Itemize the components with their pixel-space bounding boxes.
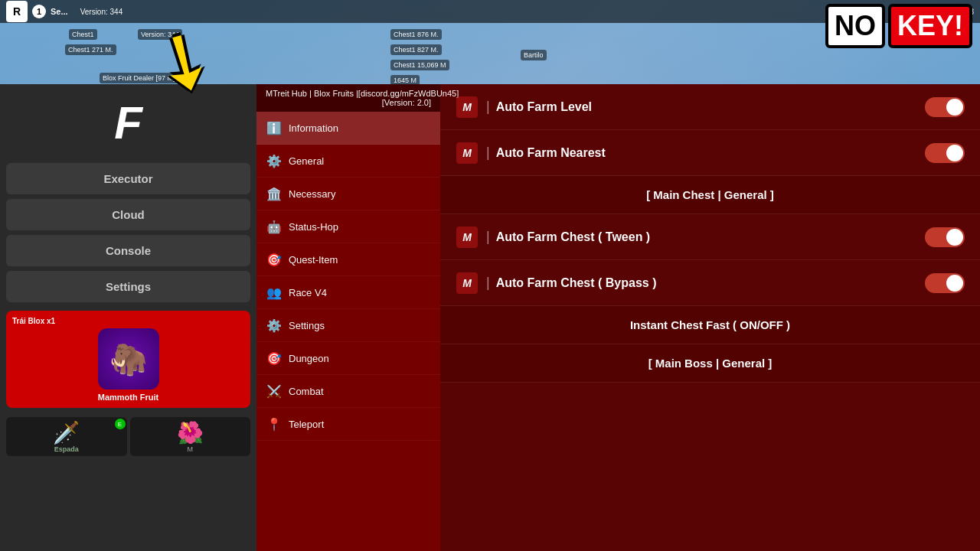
left-sidebar: F Executor Cloud Console Settings Trái B… (0, 84, 256, 551)
auto-farm-level-label: Auto Farm Level (496, 100, 925, 114)
nav-quest-item[interactable]: 🎯 Quest-Item (256, 243, 440, 276)
nav-combat-label: Combat (289, 386, 324, 397)
farm-nearest-m-icon: M (456, 142, 479, 165)
auto-farm-chest-tween-label: Auto Farm Chest ( Tween ) (496, 230, 925, 244)
nav-teleport-label: Teleport (289, 419, 324, 430)
nav-status-hop[interactable]: 🤖 Status-Hop (256, 210, 440, 243)
nav-menu: MTreit Hub | Blox Fruits |[discord.gg/mF… (256, 84, 440, 551)
item-flower: 🌺 M (130, 417, 251, 456)
auto-farm-nearest-label: Auto Farm Nearest (496, 146, 925, 160)
nav-race-v4[interactable]: 👥 Race V4 (256, 276, 440, 309)
nav-settings[interactable]: ⚙️ Settings (256, 309, 440, 342)
content-area: M | Auto Farm Level M | Auto Farm Neares… (440, 84, 980, 551)
combat-icon: ⚔️ (266, 383, 283, 399)
auto-farm-nearest-toggle[interactable] (925, 143, 965, 163)
nav-information-label: Information (289, 122, 338, 134)
dungeon-icon: 🎯 (266, 350, 283, 367)
quest-item-icon: 🎯 (266, 251, 283, 268)
nav-status-hop-label: Status-Hop (289, 221, 338, 233)
roblox-icon: R (6, 1, 28, 22)
fruit-image: 🦣 (98, 328, 159, 390)
main-chest-label: [ Main Chest | General ] (646, 188, 774, 201)
panel-title-bar: MTreit Hub | Blox Fruits |[discord.gg/mF… (256, 84, 440, 112)
chest-label-6: Chest1 15,069 M (390, 60, 449, 70)
chest-label-2: Chest1 271 M. (65, 44, 116, 55)
fruit-title: Trái Blox x1 (12, 317, 55, 325)
fruit-name: Mammoth Fruit (98, 393, 158, 402)
console-button[interactable]: Console (6, 235, 250, 266)
teleport-icon: 📍 (266, 416, 283, 432)
chest-tween-m-icon: M (456, 226, 479, 249)
settings-nav-icon: ⚙️ (266, 317, 283, 334)
nav-necessary[interactable]: 🏛️ Necessary (256, 178, 440, 210)
main-boss-label: [ Main Boss | General ] (648, 357, 773, 370)
bartilo-label: Bartilo (521, 50, 547, 60)
feature-row-auto-farm-nearest: M | Auto Farm Nearest (440, 130, 980, 176)
item-label-m: M (188, 445, 194, 453)
chest-label-7: 1645 M (390, 75, 420, 84)
chest-bypass-m-icon: M (456, 272, 479, 295)
fruit-card: Trái Blox x1 🦣 Mammoth Fruit (6, 311, 250, 408)
no-text: NO (825, 4, 885, 48)
feature-row-auto-farm-level: M | Auto Farm Level (440, 84, 980, 130)
nav-general[interactable]: ⚙️ General (256, 145, 440, 178)
chest-label-5: Chest1 827 M. (390, 44, 442, 55)
sidebar-logo: F (98, 92, 159, 153)
race-v4-icon: 👥 (266, 284, 283, 301)
nav-quest-item-label: Quest-Item (289, 254, 338, 266)
item-espada: E 🗡️ Espada (6, 417, 127, 456)
nav-dungeon-label: Dungeon (289, 353, 329, 364)
separator-3: | (486, 229, 490, 245)
status-hop-icon: 🤖 (266, 218, 283, 235)
nav-teleport[interactable]: 📍 Teleport (256, 408, 440, 441)
toggle-knob-4 (946, 275, 963, 292)
settings-sidebar-button[interactable]: Settings (6, 271, 250, 302)
auto-farm-chest-tween-toggle[interactable] (925, 227, 965, 247)
instant-chest-fast-row[interactable]: Instant Chest Fast ( ON/OFF ) (440, 306, 980, 344)
chest-label-4: Chest1 876 M. (390, 29, 442, 40)
f-logo-icon: F (114, 96, 142, 149)
nav-combat[interactable]: ⚔️ Combat (256, 375, 440, 408)
key-text: KEY! (888, 4, 972, 48)
main-boss-section: [ Main Boss | General ] (440, 344, 980, 383)
auto-farm-chest-bypass-toggle[interactable] (925, 273, 965, 293)
toggle-knob-1 (946, 99, 963, 116)
item-badge-e: E (115, 419, 126, 429)
general-icon: ⚙️ (266, 152, 283, 169)
item-label-espada: Espada (54, 445, 79, 453)
feature-row-chest-bypass: M | Auto Farm Chest ( Bypass ) (440, 260, 980, 306)
notification-badge: 1 (32, 5, 46, 18)
farm-level-m-icon: M (456, 96, 479, 119)
toggle-knob-3 (946, 229, 963, 246)
necessary-icon: 🏛️ (266, 185, 283, 202)
separator-4: | (486, 275, 490, 291)
executor-button[interactable]: Executor (6, 163, 250, 194)
panel-version: [Version: 2.0] (382, 98, 431, 107)
server-label: Se... (51, 7, 68, 16)
items-row: E 🗡️ Espada 🌺 M (6, 417, 250, 456)
information-icon: ℹ️ (266, 119, 283, 136)
nav-necessary-label: Necessary (289, 188, 335, 200)
nav-race-v4-label: Race V4 (289, 287, 327, 298)
instant-chest-fast-label: Instant Chest Fast ( ON/OFF ) (630, 318, 790, 331)
separator-2: | (486, 145, 490, 161)
toggle-knob-2 (946, 145, 963, 161)
version-text: Version: 344 (80, 8, 123, 16)
auto-farm-chest-bypass-label: Auto Farm Chest ( Bypass ) (496, 276, 925, 290)
chest-label-1: Chest1 (69, 29, 97, 40)
nav-dungeon[interactable]: 🎯 Dungeon (256, 342, 440, 375)
main-chest-section: [ Main Chest | General ] (440, 176, 980, 214)
nav-settings-label: Settings (289, 320, 325, 331)
nav-general-label: General (289, 155, 324, 167)
main-panel: MTreit Hub | Blox Fruits |[discord.gg/mF… (256, 84, 980, 551)
feature-row-chest-tween: M | Auto Farm Chest ( Tween ) (440, 214, 980, 260)
separator-1: | (486, 99, 490, 115)
no-key-badge: NO KEY! (825, 4, 972, 48)
panel-title: MTreit Hub | Blox Fruits |[discord.gg/mF… (266, 89, 459, 98)
cloud-button[interactable]: Cloud (6, 199, 250, 230)
nav-information[interactable]: ℹ️ Information (256, 112, 440, 145)
auto-farm-level-toggle[interactable] (925, 97, 965, 117)
